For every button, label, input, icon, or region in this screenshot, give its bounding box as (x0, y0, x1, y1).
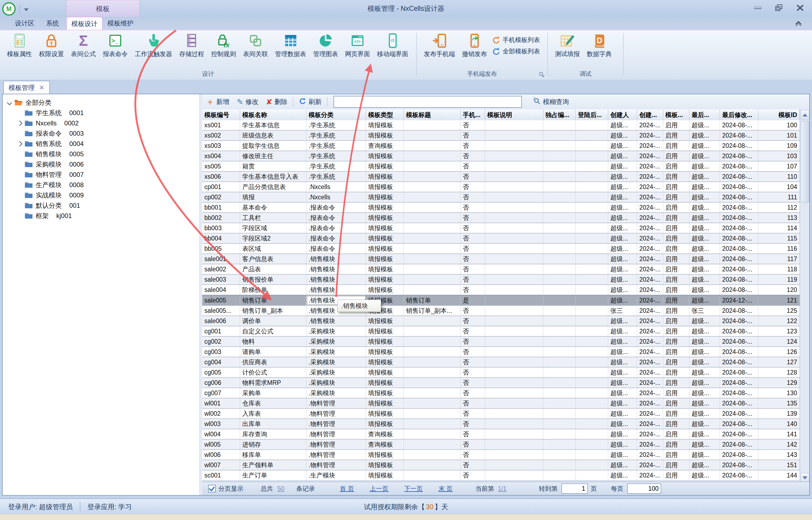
table-row-sale005...[interactable]: sale005...销售订单_副本.销售模块填报模板销售订单_副本...否张三2… (202, 306, 800, 316)
fuzzy-search-button[interactable]: 模糊查询 (529, 97, 573, 107)
ribbon-button-permission-lock[interactable]: 权限设置 (36, 32, 66, 59)
close-tab-icon[interactable]: ✕ (39, 84, 45, 92)
tree-item-7[interactable]: 物料管理0007 (3, 170, 199, 180)
tree-root-all-categories[interactable]: 全部分类 (3, 98, 199, 108)
tree-item-10[interactable]: 默认分类001 (3, 201, 199, 211)
table-row-cg003[interactable]: cg003请购单.采购模块填报模板否超级...2024-...启用超级...20… (202, 347, 800, 357)
table-row-bb001[interactable]: bb001基本命令.报表命令填报模板否超级...2024-...启用超级...2… (202, 203, 800, 213)
table-row-cg006[interactable]: cg006物料需求MRP.采购模块填报模板否超级...2024-...启用超级.… (202, 378, 800, 388)
ribbon-tab-4[interactable]: 模板维护 (102, 17, 139, 30)
column-header-1[interactable]: 模板编号 (202, 109, 240, 120)
delete-button[interactable]: ✘ 删除 (262, 98, 291, 106)
ribbon-button-web-ui[interactable]: </>网页界面 (342, 32, 373, 59)
search-input[interactable] (333, 96, 522, 108)
table-row-wl006[interactable]: wl006移库单.物料管理填报模板否超级...2024-...启用超级...20… (202, 450, 800, 460)
ribbon-button-manage-charts[interactable]: 管理图表 (310, 32, 341, 59)
table-row-bb002[interactable]: bb002工具栏.报表命令填报模板否超级...2024-...启用超级...20… (202, 213, 800, 223)
column-header-15[interactable]: 模板ID (758, 109, 800, 120)
ribbon-tab-3[interactable]: 模板设计 (66, 17, 103, 30)
pager-link-2[interactable]: 上一页 (370, 485, 388, 493)
chevron-right-icon[interactable] (17, 141, 23, 147)
column-header-5[interactable]: 模板标题 (404, 109, 461, 120)
chevron-right-icon[interactable] (17, 121, 23, 126)
edit-button[interactable]: ✎ 修改 (233, 98, 262, 106)
ribbon-tab-1[interactable]: 设计区 (10, 17, 39, 30)
table-row-wl001[interactable]: wl001仓库表.物料管理填报模板否超级...2024-...启用超级...20… (202, 398, 800, 409)
restore-button[interactable] (773, 4, 785, 12)
table-row-xs005[interactable]: xs005籍贯.学生系统填报模板否超级...2024-...启用超级...202… (202, 161, 800, 172)
tree-item-1[interactable]: 学生系统0001 (3, 108, 199, 118)
ribbon-button-table-link[interactable]: 表间关联 (240, 32, 271, 59)
ribbon-button-data-dictionary[interactable]: D数据字典 (584, 32, 614, 59)
table-row-sc001[interactable]: sc001生产订单.生产模块填报模板否超级...2024-...启用超级...2… (202, 470, 800, 481)
tree-item-8[interactable]: 生产模块0008 (3, 180, 199, 190)
refresh-button[interactable]: 刷新 (295, 97, 325, 106)
scrollbar-thumb[interactable] (801, 121, 809, 203)
ribbon-small-button-refresh-blue[interactable]: 全部模板列表 (491, 47, 540, 56)
per-page-input[interactable] (627, 484, 661, 494)
paged-display-checkbox[interactable] (208, 485, 216, 492)
table-row-xs002[interactable]: xs002班级信息表.学生系统填报模板否超级...2024-...启用超级...… (202, 131, 800, 141)
collapse-ribbon-chevron-icon[interactable] (793, 19, 805, 28)
ribbon-button-workflow-trigger[interactable]: 工作流触发器 (132, 32, 175, 59)
table-row-cp001[interactable]: cp001产品分类信息表.Nxcells填报模板否超级...2024-...启用… (202, 182, 800, 192)
table-row-sale002[interactable]: sale002产品表.销售模块填报模板否超级...2024-...启用超级...… (202, 264, 800, 275)
table-row-xs006[interactable]: xs006学生基本信息导入表.学生系统填报模板否超级...2024-...启用超… (202, 172, 800, 182)
pager-link-1[interactable]: 首 页 (340, 485, 354, 493)
goto-page-input[interactable] (561, 484, 588, 494)
column-header-11[interactable]: 创建... (637, 109, 663, 120)
column-header-10[interactable]: 创建人 (608, 109, 637, 120)
table-row-cg005[interactable]: cg005计价公式.采购模块填报模板否超级...2024-...启用超级...2… (202, 367, 800, 378)
ribbon-button-test-fill[interactable]: 测试填报 (552, 32, 583, 59)
table-row-xs001[interactable]: xs001学生基本信息.学生系统填报模板否超级...2024-...启用超级..… (202, 120, 800, 131)
table-row-wl003[interactable]: wl003出库单.物料管理填报模板否超级...2024-...启用超级...20… (202, 419, 800, 429)
contextual-tab-header[interactable]: 模板 (66, 0, 139, 17)
table-row-bb005[interactable]: bb005表区域.报表命令填报模板否超级...2024-...启用超级...20… (202, 244, 800, 254)
paged-display-toggle[interactable]: 分页显示 (208, 485, 243, 493)
table-row-cg001[interactable]: cg001自定义公式.采购模块填报模板否超级...2024-...启用超级...… (202, 327, 800, 337)
column-header-12[interactable]: 模板... (663, 109, 690, 120)
ribbon-button-control-rule[interactable]: fx控制规则 (208, 32, 239, 59)
tree-item-2[interactable]: Nxcells0002 (3, 118, 199, 128)
vertical-scrollbar[interactable] (800, 109, 809, 483)
column-header-9[interactable]: 登陆后... (576, 109, 608, 120)
table-row-xs003[interactable]: xs003提取学生信息.学生系统查询模板否超级...2024-...启用超级..… (202, 141, 800, 151)
ribbon-tab-2[interactable]: 系统 (39, 17, 66, 30)
ribbon-button-sigma-formula[interactable]: Σ表间公式 (68, 32, 99, 59)
chevron-down-icon[interactable] (7, 100, 12, 105)
column-header-14[interactable]: 最后修改... (720, 109, 758, 120)
pager-link-4[interactable]: 末 页 (439, 485, 453, 493)
ribbon-button-template-properties[interactable]: 模板属性 (4, 32, 35, 59)
ribbon-button-stored-procedure[interactable]: 存储过程 (176, 32, 207, 59)
column-header-6[interactable]: 手机... (461, 109, 485, 120)
close-button[interactable] (794, 4, 806, 12)
column-header-8[interactable]: 独占编... (543, 109, 576, 120)
scroll-down-button[interactable] (801, 473, 809, 483)
add-button[interactable]: ＋ 新增 (202, 97, 233, 107)
table-row-wl002[interactable]: wl002入库表.物料管理填报模板否超级...2024-...启用超级...20… (202, 409, 800, 419)
table-row-cp002[interactable]: cp002填报.Nxcells填报模板否超级...2024-...启用超级...… (202, 192, 800, 203)
tree-item-4[interactable]: 销售系统0004 (3, 139, 199, 149)
table-row-sale003[interactable]: sale003销售报价单.销售模块填报模板否超级...2024-...启用超级.… (202, 275, 800, 285)
ribbon-button-manage-tables[interactable]: 管理数据表 (272, 32, 309, 59)
ribbon-small-button-refresh-orange[interactable]: 手机模板列表 (491, 35, 540, 45)
column-header-13[interactable]: 最后... (690, 109, 720, 120)
tree-item-9[interactable]: 实战模块0009 (3, 190, 199, 201)
ribbon-button-report-command[interactable]: >_报表命令 (100, 32, 131, 59)
minimize-button[interactable] (752, 4, 764, 12)
qat-dropdown-caret-icon[interactable] (24, 8, 29, 11)
table-row-cg004[interactable]: cg004供应商表.采购模块填报模板否超级...2024-...启用超级...2… (202, 357, 800, 367)
column-header-7[interactable]: 模板说明 (485, 109, 543, 120)
table-row-bb004[interactable]: bb004字段区域2.报表命令填报模板否超级...2024-...启用超级...… (202, 233, 800, 244)
table-row-sale001[interactable]: sale001客户信息表.销售模块填报模板否超级...2024-...启用超级.… (202, 254, 800, 264)
table-row-wl005[interactable]: wl005进销存.物料管理查询模板否超级...2024-...启用超级...20… (202, 440, 800, 450)
ribbon-button-unpublish-phone[interactable]: 撤销发布 (459, 32, 489, 59)
app-logo-icon[interactable]: M (2, 2, 16, 16)
tree-item-11[interactable]: 框架kj001 (3, 211, 199, 221)
ribbon-button-publish-phone[interactable]: 发布手机端 (421, 32, 458, 59)
tree-item-5[interactable]: 销售模块0005 (3, 149, 199, 159)
scroll-up-button[interactable] (801, 110, 809, 120)
table-row-sale004[interactable]: sale004阶梯价单.销售模块填报模板否超级...2024-...启用超级..… (202, 285, 800, 295)
column-header-2[interactable]: 模板名称 (240, 109, 306, 120)
table-row-cg002[interactable]: cg002物料.采购模块填报模板否超级...2024-...启用超级...202… (202, 337, 800, 347)
